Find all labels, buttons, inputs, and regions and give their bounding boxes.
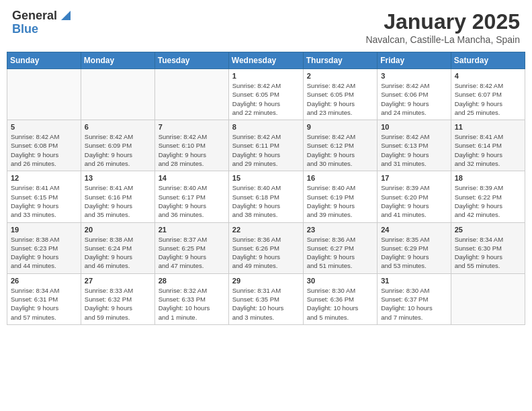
day-info: Sunrise: 8:40 AM Sunset: 6:17 PM Dayligh… <box>159 183 225 219</box>
day-info: Sunrise: 8:42 AM Sunset: 6:09 PM Dayligh… <box>85 132 151 168</box>
day-number: 27 <box>85 277 151 285</box>
calendar-cell: 10Sunrise: 8:42 AM Sunset: 6:13 PM Dayli… <box>378 120 451 171</box>
day-number: 3 <box>381 72 447 80</box>
calendar-cell: 5Sunrise: 8:42 AM Sunset: 6:08 PM Daylig… <box>7 120 81 171</box>
day-info: Sunrise: 8:42 AM Sunset: 6:08 PM Dayligh… <box>11 132 77 168</box>
calendar-cell: 21Sunrise: 8:37 AM Sunset: 6:25 PM Dayli… <box>154 222 228 273</box>
day-info: Sunrise: 8:42 AM Sunset: 6:05 PM Dayligh… <box>232 81 300 117</box>
calendar-cell: 4Sunrise: 8:42 AM Sunset: 6:07 PM Daylig… <box>451 69 525 120</box>
calendar-cell <box>7 69 81 120</box>
weekday-header-wednesday: Wednesday <box>228 52 303 69</box>
day-info: Sunrise: 8:34 AM Sunset: 6:30 PM Dayligh… <box>455 235 521 271</box>
day-number: 10 <box>381 123 447 131</box>
calendar-cell: 28Sunrise: 8:32 AM Sunset: 6:33 PM Dayli… <box>154 273 228 324</box>
day-info: Sunrise: 8:42 AM Sunset: 6:06 PM Dayligh… <box>381 81 447 117</box>
day-number: 8 <box>232 123 300 131</box>
day-number: 6 <box>85 123 151 131</box>
day-info: Sunrise: 8:34 AM Sunset: 6:31 PM Dayligh… <box>11 286 77 322</box>
day-number: 18 <box>455 174 521 182</box>
day-number: 30 <box>307 277 373 285</box>
calendar-table: SundayMondayTuesdayWednesdayThursdayFrid… <box>7 52 525 325</box>
day-number: 28 <box>159 277 225 285</box>
day-info: Sunrise: 8:42 AM Sunset: 6:11 PM Dayligh… <box>232 132 300 168</box>
calendar-cell: 31Sunrise: 8:30 AM Sunset: 6:37 PM Dayli… <box>378 273 451 324</box>
day-info: Sunrise: 8:32 AM Sunset: 6:33 PM Dayligh… <box>159 286 225 322</box>
day-info: Sunrise: 8:37 AM Sunset: 6:25 PM Dayligh… <box>159 235 225 271</box>
calendar-cell: 16Sunrise: 8:40 AM Sunset: 6:19 PM Dayli… <box>303 171 377 222</box>
location-title: Navalcan, Castille-La Mancha, Spain <box>365 34 520 45</box>
page-header: General Blue January 2025 Navalcan, Cast… <box>7 7 525 48</box>
weekday-header-tuesday: Tuesday <box>154 52 228 69</box>
day-number: 16 <box>307 174 373 182</box>
calendar-cell: 6Sunrise: 8:42 AM Sunset: 6:09 PM Daylig… <box>81 120 154 171</box>
day-number: 2 <box>307 72 373 80</box>
calendar-cell: 14Sunrise: 8:40 AM Sunset: 6:17 PM Dayli… <box>154 171 228 222</box>
day-info: Sunrise: 8:41 AM Sunset: 6:15 PM Dayligh… <box>11 183 77 219</box>
calendar-cell: 13Sunrise: 8:41 AM Sunset: 6:16 PM Dayli… <box>81 171 154 222</box>
weekday-header-row: SundayMondayTuesdayWednesdayThursdayFrid… <box>7 52 525 69</box>
day-number: 7 <box>159 123 225 131</box>
day-number: 21 <box>159 226 225 234</box>
calendar-cell: 25Sunrise: 8:34 AM Sunset: 6:30 PM Dayli… <box>451 222 525 273</box>
calendar-cell: 18Sunrise: 8:39 AM Sunset: 6:22 PM Dayli… <box>451 171 525 222</box>
svg-marker-0 <box>61 11 71 20</box>
day-number: 31 <box>381 277 447 285</box>
day-number: 15 <box>232 174 300 182</box>
day-info: Sunrise: 8:33 AM Sunset: 6:32 PM Dayligh… <box>85 286 151 322</box>
day-info: Sunrise: 8:42 AM Sunset: 6:12 PM Dayligh… <box>307 132 373 168</box>
calendar-cell: 9Sunrise: 8:42 AM Sunset: 6:12 PM Daylig… <box>303 120 377 171</box>
calendar-cell: 12Sunrise: 8:41 AM Sunset: 6:15 PM Dayli… <box>7 171 81 222</box>
calendar-cell: 24Sunrise: 8:35 AM Sunset: 6:29 PM Dayli… <box>378 222 451 273</box>
day-number: 19 <box>11 226 77 234</box>
day-number: 26 <box>11 277 77 285</box>
day-number: 29 <box>232 277 300 285</box>
week-row-2: 5Sunrise: 8:42 AM Sunset: 6:08 PM Daylig… <box>7 120 525 171</box>
day-info: Sunrise: 8:38 AM Sunset: 6:23 PM Dayligh… <box>11 235 77 271</box>
weekday-header-sunday: Sunday <box>7 52 81 69</box>
day-info: Sunrise: 8:31 AM Sunset: 6:35 PM Dayligh… <box>232 286 300 322</box>
calendar-cell: 30Sunrise: 8:30 AM Sunset: 6:36 PM Dayli… <box>303 273 377 324</box>
weekday-header-friday: Friday <box>378 52 451 69</box>
day-number: 4 <box>455 72 521 80</box>
calendar-cell: 3Sunrise: 8:42 AM Sunset: 6:06 PM Daylig… <box>378 69 451 120</box>
logo-blue-text: Blue <box>12 23 38 36</box>
logo: General Blue <box>12 9 71 36</box>
day-info: Sunrise: 8:41 AM Sunset: 6:16 PM Dayligh… <box>85 183 151 219</box>
day-number: 14 <box>159 174 225 182</box>
day-info: Sunrise: 8:30 AM Sunset: 6:37 PM Dayligh… <box>381 286 447 322</box>
calendar-cell: 29Sunrise: 8:31 AM Sunset: 6:35 PM Dayli… <box>228 273 303 324</box>
calendar-cell: 8Sunrise: 8:42 AM Sunset: 6:11 PM Daylig… <box>228 120 303 171</box>
weekday-header-monday: Monday <box>81 52 154 69</box>
day-info: Sunrise: 8:42 AM Sunset: 6:10 PM Dayligh… <box>159 132 225 168</box>
calendar-cell: 20Sunrise: 8:38 AM Sunset: 6:24 PM Dayli… <box>81 222 154 273</box>
calendar-cell: 2Sunrise: 8:42 AM Sunset: 6:05 PM Daylig… <box>303 69 377 120</box>
day-number: 1 <box>232 72 300 80</box>
title-block: January 2025 Navalcan, Castille-La Manch… <box>365 9 520 45</box>
calendar-cell: 7Sunrise: 8:42 AM Sunset: 6:10 PM Daylig… <box>154 120 228 171</box>
day-number: 24 <box>381 226 447 234</box>
logo-triangle-icon <box>58 9 71 21</box>
week-row-4: 19Sunrise: 8:38 AM Sunset: 6:23 PM Dayli… <box>7 222 525 273</box>
day-number: 12 <box>11 174 77 182</box>
day-info: Sunrise: 8:42 AM Sunset: 6:13 PM Dayligh… <box>381 132 447 168</box>
weekday-header-thursday: Thursday <box>303 52 377 69</box>
day-info: Sunrise: 8:41 AM Sunset: 6:14 PM Dayligh… <box>455 132 521 168</box>
weekday-header-saturday: Saturday <box>451 52 525 69</box>
calendar-cell: 22Sunrise: 8:36 AM Sunset: 6:26 PM Dayli… <box>228 222 303 273</box>
week-row-5: 26Sunrise: 8:34 AM Sunset: 6:31 PM Dayli… <box>7 273 525 324</box>
day-number: 9 <box>307 123 373 131</box>
day-info: Sunrise: 8:42 AM Sunset: 6:07 PM Dayligh… <box>455 81 521 117</box>
day-info: Sunrise: 8:40 AM Sunset: 6:18 PM Dayligh… <box>232 183 300 219</box>
calendar-cell: 11Sunrise: 8:41 AM Sunset: 6:14 PM Dayli… <box>451 120 525 171</box>
calendar-cell: 23Sunrise: 8:36 AM Sunset: 6:27 PM Dayli… <box>303 222 377 273</box>
day-info: Sunrise: 8:42 AM Sunset: 6:05 PM Dayligh… <box>307 81 373 117</box>
day-info: Sunrise: 8:36 AM Sunset: 6:27 PM Dayligh… <box>307 235 373 271</box>
calendar-cell: 17Sunrise: 8:39 AM Sunset: 6:20 PM Dayli… <box>378 171 451 222</box>
day-number: 20 <box>85 226 151 234</box>
calendar-cell: 27Sunrise: 8:33 AM Sunset: 6:32 PM Dayli… <box>81 273 154 324</box>
day-number: 17 <box>381 174 447 182</box>
day-number: 11 <box>455 123 521 131</box>
day-info: Sunrise: 8:39 AM Sunset: 6:20 PM Dayligh… <box>381 183 447 219</box>
day-info: Sunrise: 8:35 AM Sunset: 6:29 PM Dayligh… <box>381 235 447 271</box>
week-row-1: 1Sunrise: 8:42 AM Sunset: 6:05 PM Daylig… <box>7 69 525 120</box>
